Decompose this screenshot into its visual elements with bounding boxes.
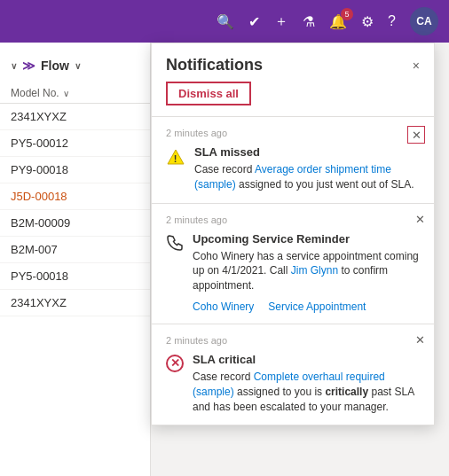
critical-circle-icon: ✕ [166, 355, 184, 372]
column-header-model-no: Model No. ∨ [0, 80, 150, 104]
sidebar: ∨ ≫ Flow ∨ Model No. ∨ 2341XYXZ PY5-0001… [0, 43, 151, 476]
notification-time-3: 2 minutes ago [166, 335, 420, 346]
service-appointment-link[interactable]: Service Appointment [268, 300, 366, 313]
notifications-close-button[interactable]: × [413, 59, 420, 73]
notification-body-2: Upcoming Service Reminder Coho Winery ha… [166, 232, 420, 313]
sidebar-row[interactable]: PY9-00018 [0, 157, 150, 183]
filter-icon[interactable]: ⚗ [303, 13, 315, 30]
sidebar-row[interactable]: 2341XYXZ [0, 104, 150, 130]
notification-content-3: SLA critical Case record Complete overha… [193, 353, 420, 414]
notifications-panel: Notifications × Dismiss all 2 minutes ag… [151, 43, 435, 425]
sidebar-title: Flow [41, 59, 69, 73]
notification-badge: 5 [341, 8, 353, 20]
notifications-list: 2 minutes ago ✕ ! SLA missed Case record… [152, 116, 434, 425]
phone-icon [166, 234, 184, 252]
critical-icon: ✕ [166, 355, 184, 414]
notification-text-1: Case record Average order shipment time … [194, 162, 420, 192]
sidebar-row[interactable]: PY5-00012 [0, 130, 150, 157]
notification-heading-1: SLA missed [194, 145, 420, 159]
top-navigation-bar: 🔍 ✔ ＋ ⚗ 🔔 5 ⚙ ? CA [0, 0, 449, 43]
svg-text:!: ! [174, 153, 177, 164]
chevron-down-icon: ∨ [11, 61, 17, 71]
notification-content-1: SLA missed Case record Average order shi… [194, 145, 420, 192]
settings-icon[interactable]: ⚙ [361, 13, 374, 30]
user-avatar[interactable]: CA [410, 7, 438, 35]
notification-time-2: 2 minutes ago [166, 215, 420, 225]
notification-text-2: Coho Winery has a service appointment co… [193, 249, 420, 293]
sidebar-header: ∨ ≫ Flow ∨ [0, 51, 150, 80]
help-icon[interactable]: ? [388, 13, 396, 29]
sidebar-row[interactable]: B2M-007 [0, 237, 150, 263]
bell-icon[interactable]: 🔔 5 [329, 13, 347, 30]
sidebar-row[interactable]: J5D-00018 [0, 183, 150, 210]
sort-icon[interactable]: ∨ [63, 89, 69, 98]
notification-close-button-3[interactable]: ✕ [415, 333, 425, 347]
coho-winery-link[interactable]: Coho Winery [193, 300, 254, 313]
chevron-down-icon-2: ∨ [75, 61, 81, 71]
notification-content-2: Upcoming Service Reminder Coho Winery ha… [193, 232, 420, 313]
sidebar-row[interactable]: B2M-00009 [0, 210, 150, 237]
add-icon[interactable]: ＋ [274, 12, 288, 31]
search-icon[interactable]: 🔍 [217, 13, 234, 30]
notifications-header: Notifications × [152, 43, 434, 82]
notification-heading-3: SLA critical [193, 353, 420, 366]
notification-item-sla-critical: 2 minutes ago ✕ ✕ SLA critical Case reco… [152, 324, 434, 425]
notification-heading-2: Upcoming Service Reminder [193, 232, 420, 246]
tasks-icon[interactable]: ✔ [248, 13, 260, 30]
critically-bold: critically [325, 386, 368, 398]
notification-close-button-2[interactable]: ✕ [415, 213, 425, 226]
notification-item-sla-missed: 2 minutes ago ✕ ! SLA missed Case record… [152, 116, 434, 203]
flow-icon: ≫ [22, 59, 35, 73]
notification-links-2: Coho Winery Service Appointment [193, 300, 420, 313]
warning-icon: ! [166, 147, 185, 167]
sidebar-row[interactable]: PY5-00018 [0, 263, 150, 290]
sidebar-row[interactable]: 2341XYXZ [0, 290, 150, 316]
main-content-area: ∨ ≫ Flow ∨ Model No. ∨ 2341XYXZ PY5-0001… [0, 43, 449, 476]
notification-text-3: Case record Complete overhaul required (… [193, 370, 420, 414]
notification-body-3: ✕ SLA critical Case record Complete over… [166, 353, 420, 414]
dismiss-all-button[interactable]: Dismiss all [166, 82, 251, 105]
jim-glynn-link[interactable]: Jim Glynn [291, 264, 338, 277]
notification-close-button-1[interactable]: ✕ [407, 126, 425, 144]
notification-item-service-reminder: 2 minutes ago ✕ Upcoming Service Reminde… [152, 203, 434, 324]
notification-time-1: 2 minutes ago [166, 128, 420, 138]
notifications-title: Notifications [166, 56, 263, 74]
notification-body-1: ! SLA missed Case record Average order s… [166, 145, 420, 192]
